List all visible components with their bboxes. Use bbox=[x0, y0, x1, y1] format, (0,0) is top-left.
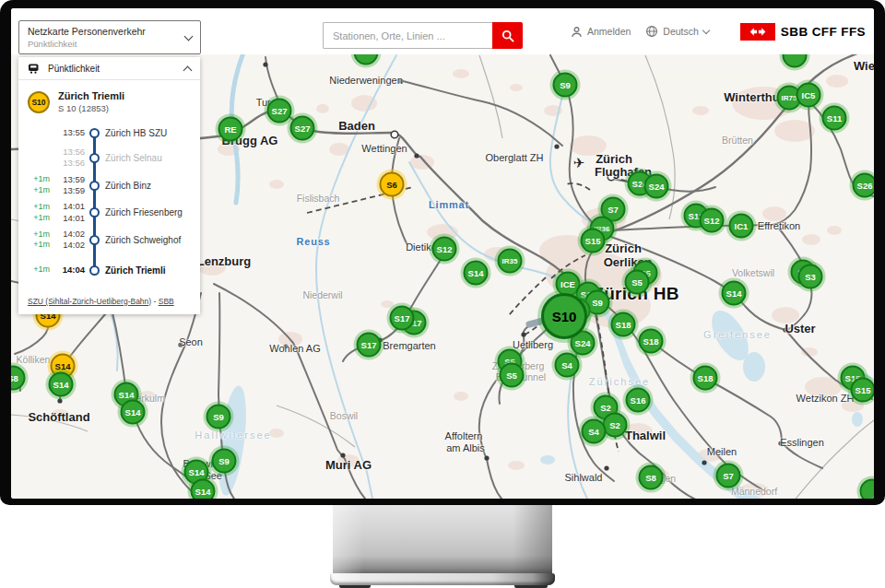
stop-delay: +1m bbox=[28, 265, 50, 276]
sbb-logo-text: SBB CFF FFS bbox=[781, 25, 866, 39]
footer-separator: - bbox=[151, 297, 159, 306]
page: NiederweningenTurgiBadenBrugg AGWettinge… bbox=[0, 0, 885, 588]
line-subtitle: S 10 (12853) bbox=[58, 103, 124, 113]
user-icon bbox=[571, 26, 583, 38]
line-marker-s9[interactable]: S9 bbox=[212, 449, 237, 474]
stop-node-icon bbox=[89, 235, 100, 245]
line-marker-s24[interactable]: S24 bbox=[644, 174, 669, 199]
stop-time: 13:55 bbox=[52, 127, 85, 138]
stop-delay: +1m +1m bbox=[28, 174, 50, 195]
line-badge-s10: S10 bbox=[28, 91, 50, 113]
stop-name: Zürich Selnau bbox=[105, 153, 193, 163]
stop-row-z-rich-friesenberg[interactable]: +1m +1m14:01 14:01Zürich Friesenberg bbox=[28, 201, 193, 224]
monitor-stand-base bbox=[330, 573, 555, 585]
search-icon bbox=[502, 29, 514, 42]
panel-footer: SZU (Sihltal-Zürich-Uetliberg-Bahn) - SB… bbox=[18, 286, 200, 314]
line-marker-s9[interactable]: S9 bbox=[553, 73, 578, 98]
app-window: NiederweningenTurgiBadenBrugg AGWettinge… bbox=[11, 8, 874, 499]
line-marker-s5[interactable]: S5 bbox=[500, 363, 525, 388]
stop-row-z-rich-selnau[interactable]: 13:56 13:56Zürich Selnau bbox=[28, 147, 193, 170]
sbb-logo: SBB CFF FFS bbox=[740, 23, 866, 41]
line-marker-ic1[interactable]: IC1 bbox=[729, 214, 754, 239]
stop-time: 14:04 bbox=[52, 265, 85, 276]
panel-header-toggle[interactable]: Pünktlichkeit bbox=[18, 57, 200, 80]
line-marker-s5[interactable]: S5 bbox=[625, 270, 650, 295]
line-marker-s18[interactable]: S18 bbox=[693, 366, 718, 391]
stop-node-icon bbox=[89, 128, 100, 138]
line-marker-s17[interactable]: S17 bbox=[390, 306, 415, 331]
line-marker-s12[interactable]: S12 bbox=[432, 237, 457, 262]
line-marker-s14[interactable]: S14 bbox=[121, 400, 146, 425]
stop-time: 13:56 13:56 bbox=[52, 147, 85, 170]
line-marker-s14[interactable]: S14 bbox=[191, 479, 216, 500]
line-marker-s14[interactable]: S14 bbox=[722, 281, 747, 306]
stop-node-icon bbox=[89, 153, 100, 163]
search-input[interactable] bbox=[323, 22, 492, 49]
line-marker-s27[interactable]: S27 bbox=[290, 116, 315, 141]
layer-dropdown-subtitle: Pünktlichkeit bbox=[28, 39, 185, 49]
stop-name: Zürich Schweighof bbox=[105, 235, 193, 245]
stop-delay: +1m +1m bbox=[28, 202, 50, 223]
punctuality-panel: Pünktlichkeit S10 Zürich Triemli S 10 (1… bbox=[18, 57, 200, 314]
line-marker-s15[interactable]: S15 bbox=[851, 378, 875, 403]
line-marker-s26[interactable]: S26 bbox=[853, 173, 875, 198]
language-selector[interactable]: Deutsch bbox=[645, 25, 709, 38]
stop-name: Zürich Binz bbox=[105, 181, 193, 191]
monitor-stand-neck bbox=[333, 505, 552, 575]
line-marker-s17[interactable]: S17 bbox=[357, 333, 382, 358]
line-marker-s15[interactable]: S15 bbox=[581, 229, 606, 253]
login-label: Anmelden bbox=[587, 26, 631, 37]
line-marker-s14[interactable]: S14 bbox=[49, 372, 74, 397]
stop-name: Zürich HB SZU bbox=[105, 128, 193, 138]
stop-row-z-rich-triemli[interactable]: +1m14:04Zürich Triemli bbox=[28, 262, 193, 279]
stop-node-icon bbox=[89, 207, 100, 218]
line-marker-s16[interactable]: S16 bbox=[626, 388, 651, 413]
line-summary: S10 Zürich Triemli S 10 (12853) bbox=[18, 80, 200, 117]
layer-dropdown[interactable]: Netzkarte Personenverkehr Pünktlichkeit bbox=[18, 20, 201, 54]
stop-row-z-rich-hb-szu[interactable]: 13:55Zürich HB SZU bbox=[28, 124, 193, 142]
line-marker-s11[interactable]: S11 bbox=[822, 106, 847, 131]
chevron-up-icon bbox=[183, 66, 193, 76]
sbb-link[interactable]: SBB bbox=[159, 297, 174, 306]
line-marker-s7[interactable]: S7 bbox=[716, 464, 741, 488]
stop-time: 14:01 14:01 bbox=[52, 201, 85, 224]
monitor-frame: NiederweningenTurgiBadenBrugg AGWettinge… bbox=[0, 0, 885, 505]
line-marker-s18[interactable]: S18 bbox=[639, 329, 664, 354]
line-title: Zürich Triemli bbox=[58, 90, 124, 101]
chevron-down-icon bbox=[702, 26, 710, 33]
stop-row-z-rich-binz[interactable]: +1m +1m13:59 13:59Zürich Binz bbox=[28, 174, 193, 197]
topbar: Netzkarte Personenverkehr Pünktlichkeit bbox=[11, 8, 874, 54]
sbb-flag-icon bbox=[740, 23, 775, 41]
line-marker-s9[interactable]: S9 bbox=[206, 405, 231, 429]
search-button[interactable] bbox=[492, 22, 523, 49]
stop-node-icon bbox=[89, 265, 100, 276]
line-marker-s18[interactable]: S18 bbox=[611, 312, 636, 337]
stop-name: Zürich Friesenberg bbox=[105, 207, 193, 218]
line-marker-s12[interactable]: S12 bbox=[700, 208, 725, 233]
line-marker-s8[interactable]: S8 bbox=[639, 465, 664, 490]
line-marker-s27[interactable]: S27 bbox=[267, 99, 292, 123]
globe-icon bbox=[645, 25, 658, 38]
stop-time: 14:02 14:02 bbox=[52, 229, 85, 252]
line-marker-ir35[interactable]: IR35 bbox=[498, 249, 523, 274]
stop-time: 13:59 13:59 bbox=[52, 174, 85, 197]
line-marker-s14[interactable]: S14 bbox=[464, 261, 489, 286]
operator-link[interactable]: SZU (Sihltal-Zürich-Uetliberg-Bahn) bbox=[28, 297, 151, 306]
stop-list: 13:55Zürich HB SZU13:56 13:56Zürich Seln… bbox=[18, 117, 200, 286]
search-bar bbox=[323, 22, 523, 49]
topbar-right: Anmelden Deutsch bbox=[571, 8, 871, 54]
line-marker-ic5[interactable]: IC5 bbox=[796, 83, 821, 108]
line-marker-s3[interactable]: S3 bbox=[798, 265, 823, 289]
line-marker-s6[interactable]: S6 bbox=[380, 172, 405, 197]
line-marker-s10[interactable]: S10 bbox=[541, 293, 587, 339]
stop-delay: +1m +1m bbox=[28, 229, 50, 251]
chevron-down-icon bbox=[184, 31, 194, 41]
stop-node-icon bbox=[89, 181, 100, 191]
line-marker-re[interactable]: RE bbox=[218, 117, 243, 142]
line-marker-s2[interactable]: S2 bbox=[603, 413, 628, 438]
line-marker-s4[interactable]: S4 bbox=[555, 353, 580, 378]
line-marker-s4[interactable]: S4 bbox=[582, 419, 607, 444]
login-button[interactable]: Anmelden bbox=[571, 26, 631, 38]
stop-name: Zürich Triemli bbox=[105, 265, 193, 276]
stop-row-z-rich-schweighof[interactable]: +1m +1m14:02 14:02Zürich Schweighof bbox=[28, 229, 193, 252]
